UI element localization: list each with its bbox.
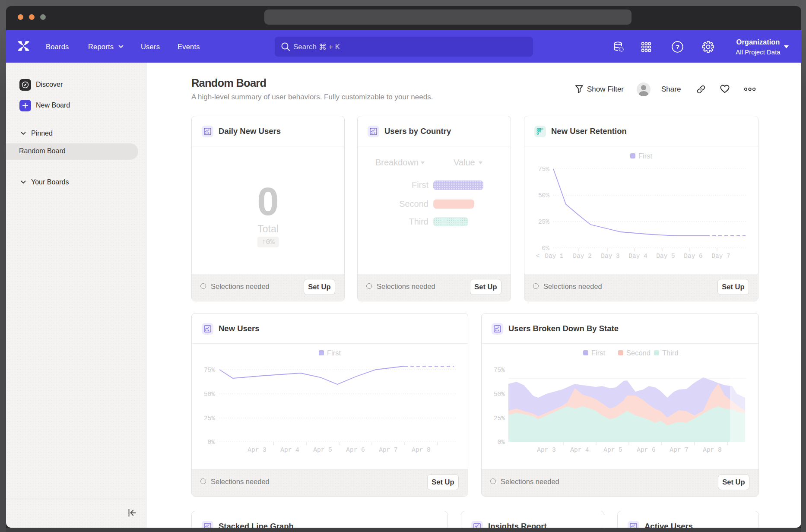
svg-text:First: First bbox=[591, 349, 605, 357]
svg-text:Apr 3: Apr 3 bbox=[537, 446, 556, 453]
svg-text:Apr 4: Apr 4 bbox=[570, 446, 589, 453]
svg-text:Day 6: Day 6 bbox=[684, 253, 703, 260]
svg-text:Apr 3: Apr 3 bbox=[248, 446, 267, 453]
svg-text:Apr 7: Apr 7 bbox=[670, 446, 689, 453]
svg-text:Apr 4: Apr 4 bbox=[280, 446, 299, 453]
svg-text:First: First bbox=[327, 349, 341, 357]
svg-text:Second: Second bbox=[626, 349, 651, 357]
svg-text:Day 1: Day 1 bbox=[545, 253, 564, 260]
svg-text:0%: 0% bbox=[542, 245, 550, 252]
svg-text:Third: Third bbox=[662, 349, 679, 357]
svg-text:75%: 75% bbox=[494, 367, 505, 374]
svg-text:Apr 7: Apr 7 bbox=[379, 446, 398, 453]
svg-text:Apr 6: Apr 6 bbox=[637, 446, 656, 453]
svg-text:25%: 25% bbox=[204, 415, 215, 422]
svg-text:75%: 75% bbox=[204, 367, 215, 374]
svg-text:0%: 0% bbox=[208, 439, 216, 446]
svg-text:50%: 50% bbox=[204, 391, 215, 398]
svg-text:25%: 25% bbox=[538, 218, 549, 225]
svg-text:Day 7: Day 7 bbox=[711, 253, 730, 260]
svg-text:First: First bbox=[638, 152, 652, 160]
svg-text:Apr 5: Apr 5 bbox=[313, 446, 332, 453]
svg-text:0%: 0% bbox=[498, 439, 505, 446]
svg-text:Day 3: Day 3 bbox=[601, 253, 620, 260]
svg-text:50%: 50% bbox=[538, 192, 549, 199]
svg-text:Apr 5: Apr 5 bbox=[603, 446, 622, 453]
svg-text:Apr 8: Apr 8 bbox=[412, 446, 431, 453]
svg-text:50%: 50% bbox=[494, 391, 505, 398]
svg-text:75%: 75% bbox=[538, 166, 549, 173]
svg-text:<: < bbox=[536, 253, 540, 260]
svg-text:Day 4: Day 4 bbox=[628, 253, 647, 260]
svg-text:Apr 8: Apr 8 bbox=[703, 446, 722, 453]
svg-text:Apr 6: Apr 6 bbox=[346, 446, 365, 453]
svg-text:Day 2: Day 2 bbox=[573, 253, 592, 260]
svg-text:Day 5: Day 5 bbox=[656, 253, 675, 260]
svg-text:?: ? bbox=[676, 43, 679, 51]
svg-text:25%: 25% bbox=[494, 415, 505, 422]
